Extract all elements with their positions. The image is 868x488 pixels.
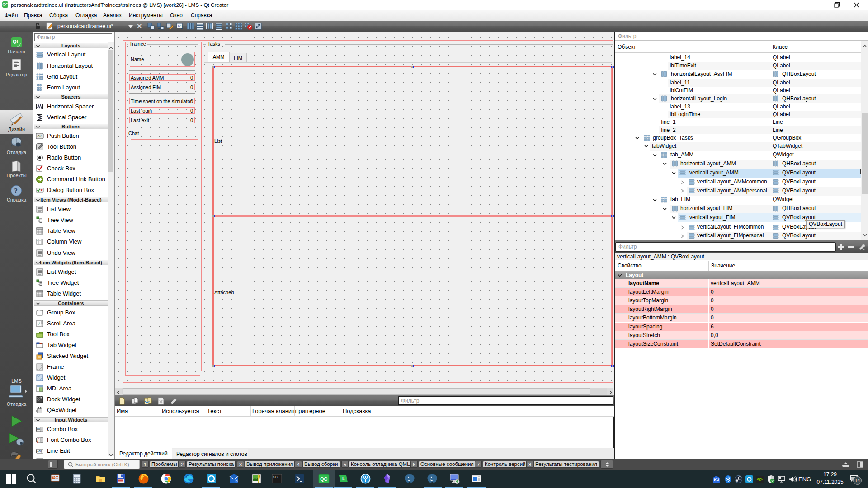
svg-text:C:\_: C:\_ [273,475,280,479]
svg-text:?: ? [14,187,18,194]
svg-text:b: b [236,479,238,483]
svg-text:OK: OK [37,135,42,138]
svg-text:AB: AB [37,450,41,453]
svg-text:123: 123 [178,24,183,28]
svg-text:QC: QC [320,476,328,482]
svg-text:Qt: Qt [13,39,19,44]
svg-text:L: L [342,476,345,481]
